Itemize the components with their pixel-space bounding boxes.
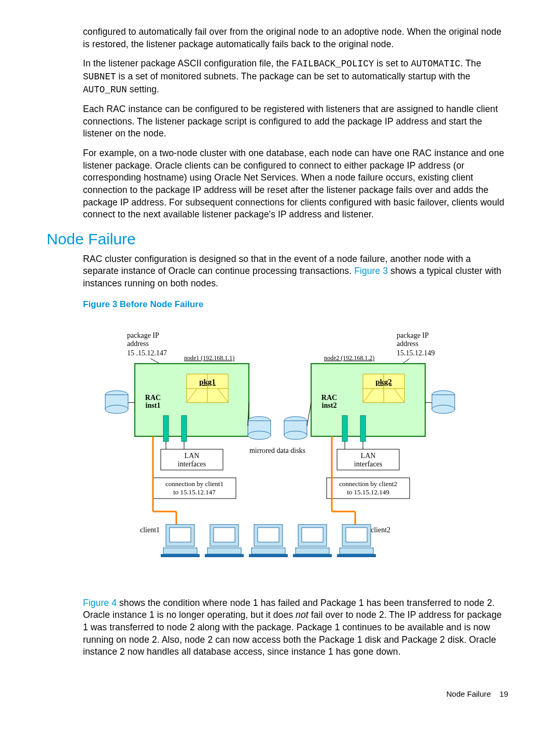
- text-run: . The: [460, 58, 481, 68]
- conn2b-label: to 15.15.12.149: [347, 488, 389, 496]
- computer-icon: [249, 524, 288, 557]
- footer-section: Node Failure: [446, 689, 491, 698]
- code-text: SUBNET: [83, 72, 116, 82]
- code-text: FAILBACK_POLICY: [291, 59, 374, 69]
- svg-rect-61: [337, 554, 376, 557]
- paragraph: configured to automatically fail over fr…: [83, 26, 508, 50]
- conn2a-label: connection by client2: [339, 480, 397, 488]
- computer-icon: [337, 524, 376, 557]
- rac2-label: RAC: [321, 394, 337, 402]
- figure-link[interactable]: Figure 4: [83, 598, 117, 608]
- pkg2-label: pkg2: [375, 378, 392, 386]
- mirrored-label: mirrored data disks: [249, 447, 305, 454]
- svg-rect-45: [161, 554, 200, 557]
- svg-rect-20: [342, 416, 347, 441]
- code-text: AUTO_RUN: [83, 85, 127, 95]
- client2-label: client2: [371, 526, 390, 534]
- svg-point-9: [432, 405, 455, 413]
- lan-label: LAN: [361, 452, 376, 460]
- interfaces-label: interfaces: [354, 460, 382, 468]
- disk-icon: [284, 417, 307, 439]
- conn1b-label: to 15.15.12.147: [173, 488, 216, 496]
- ip1-label: 15 .15.12.147: [127, 349, 167, 357]
- client1-label: client1: [140, 526, 160, 534]
- svg-rect-51: [258, 528, 279, 542]
- section-heading: Node Failure: [47, 230, 513, 248]
- pkg1-label: pkg1: [199, 378, 216, 386]
- computer-icon: [205, 524, 244, 557]
- svg-point-24: [248, 431, 271, 439]
- svg-point-6: [105, 405, 128, 413]
- paragraph: In the listener package ASCII configurat…: [83, 58, 508, 96]
- svg-rect-44: [163, 548, 197, 554]
- page-number: 19: [499, 689, 508, 698]
- svg-rect-60: [340, 548, 373, 554]
- svg-rect-52: [251, 548, 285, 554]
- svg-rect-55: [302, 528, 323, 542]
- code-text: AUTOMATIC: [411, 59, 460, 69]
- page-footer: Node Failure 19: [47, 689, 513, 698]
- figure-caption: Figure 3 Before Node Failure: [83, 299, 508, 310]
- italic-text: not: [296, 610, 309, 620]
- paragraph: RAC cluster configuration is designed so…: [83, 253, 508, 290]
- ip2-label: 15.15.12.149: [397, 349, 435, 357]
- svg-rect-48: [207, 548, 241, 554]
- svg-rect-18: [163, 416, 169, 441]
- svg-point-27: [284, 431, 307, 439]
- svg-line-31: [307, 403, 311, 426]
- disk-icon: [248, 417, 271, 439]
- figure-link[interactable]: Figure 3: [354, 266, 388, 276]
- text-run: is a set of monitored subnets. The packa…: [116, 71, 471, 81]
- text-run: is set to: [374, 58, 411, 68]
- svg-rect-53: [249, 554, 288, 557]
- pkg-ip-label: package IP: [127, 331, 159, 339]
- lan-label: LAN: [185, 452, 200, 460]
- node1-label: node1 (192.168.1.1): [184, 354, 234, 362]
- computer-icon: [293, 524, 332, 557]
- disk-icon: [105, 391, 128, 413]
- paragraph: Figure 4 shows the condition where node …: [83, 597, 508, 658]
- pkg-ip-label: package IP: [397, 331, 429, 339]
- rac1-label: RAC: [145, 394, 161, 402]
- text-run: In the listener package ASCII configurat…: [83, 58, 291, 68]
- svg-rect-43: [170, 528, 191, 542]
- node2-label: node2 (192.168.1.2): [324, 354, 374, 362]
- rac1b-label: inst1: [146, 402, 161, 409]
- svg-rect-19: [181, 416, 187, 441]
- paragraph: For example, on a two-node cluster with …: [83, 147, 508, 221]
- svg-rect-57: [293, 554, 332, 557]
- text-run: setting.: [127, 84, 159, 94]
- svg-rect-56: [296, 548, 329, 554]
- disk-icon: [432, 391, 455, 413]
- rac2b-label: inst2: [322, 402, 337, 409]
- paragraph: Each RAC instance can be configured to b…: [83, 103, 508, 140]
- computer-icon: [161, 524, 200, 557]
- svg-rect-21: [360, 416, 366, 441]
- figure-diagram: package IP address 15 .15.12.147 package…: [47, 322, 513, 576]
- conn1a-label: connection by client1: [165, 480, 223, 488]
- svg-rect-47: [214, 528, 235, 542]
- address-label: address: [127, 340, 149, 348]
- address-label: address: [397, 340, 418, 348]
- svg-rect-59: [346, 528, 367, 542]
- svg-rect-49: [205, 554, 244, 557]
- interfaces-label: interfaces: [178, 460, 206, 468]
